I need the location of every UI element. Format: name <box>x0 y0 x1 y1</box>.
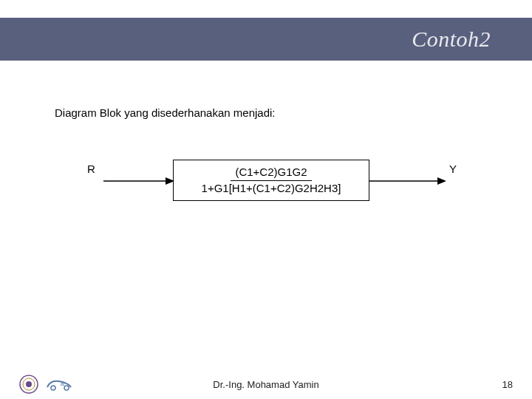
page-number: 18 <box>502 379 513 390</box>
slide-title: Contoh2 <box>412 27 491 52</box>
output-label: Y <box>449 163 457 175</box>
arrow-input-icon <box>103 174 174 188</box>
footer-author: Dr.-Ing. Mohamad Yamin <box>0 379 532 390</box>
arrow-output-icon <box>369 174 446 188</box>
title-band: Contoh2 <box>0 18 532 61</box>
transfer-function-block: (C1+C2)G1G2 1+G1[H1+(C1+C2)G2H2H3] <box>173 160 369 201</box>
block-diagram: R (C1+C2)G1G2 1+G1[H1+(C1+C2)G2H2H3] Y <box>0 160 532 233</box>
slide: Contoh2 Diagram Blok yang disederhanakan… <box>0 0 532 399</box>
svg-marker-3 <box>437 177 446 185</box>
tf-denominator: 1+G1[H1+(C1+C2)G2H2H3] <box>202 181 341 196</box>
subtitle-text: Diagram Blok yang disederhanakan menjadi… <box>55 106 276 119</box>
input-label: R <box>87 163 95 175</box>
tf-numerator: (C1+C2)G1G2 <box>231 166 311 181</box>
